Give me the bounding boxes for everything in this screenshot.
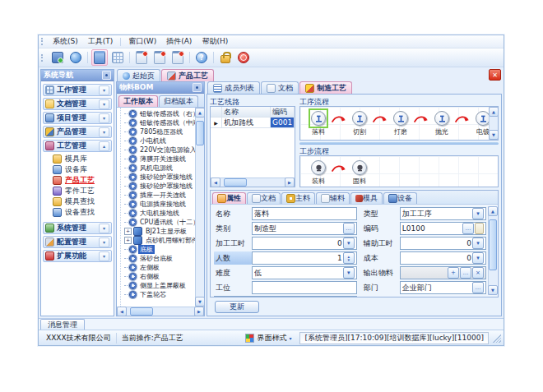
scroll-down-icon[interactable]: ▼ [195,297,205,307]
tree-item[interactable]: 落砂台底板 [124,254,195,263]
operation-flow-canvas[interactable]: ▲ ▼ 落料切割打磨抛光电镀 [299,106,499,141]
tree-item[interactable]: 7805稳压器线 [124,127,195,136]
help-button[interactable]: ? [193,49,210,66]
nav-work-management[interactable]: 工作管理 [43,84,112,96]
menu-system[interactable]: 系统(S) [48,35,83,48]
nav-document-management[interactable]: 文档管理 [43,98,112,110]
tree-item[interactable]: 底板 [124,245,195,254]
tab-message-management[interactable]: 消息管理 [40,319,85,330]
tree-item[interactable]: 侧显上盖屏蔽板 [124,281,195,290]
flow-node[interactable]: 固料 [346,159,373,186]
splitter[interactable] [299,142,499,145]
update-button[interactable]: 更新 [215,301,259,313]
tab-properties[interactable]: 属性 [212,192,246,204]
chevron-down-icon[interactable] [99,224,109,233]
dropdown-icon[interactable]: ▾ [472,252,484,264]
tab-main-materials[interactable]: 主料 [281,192,315,204]
tab-manufacturing-process[interactable]: 制造工艺 [299,81,352,94]
exit-button[interactable] [235,49,252,66]
dropdown-icon[interactable]: ▾ [472,238,484,249]
menu-help[interactable]: 帮助(H) [197,35,233,48]
resize-grip[interactable] [491,333,501,343]
expand-icon[interactable] [124,237,132,244]
nav-config-management[interactable]: 配置管理 [43,236,112,248]
add-button[interactable]: + [448,267,459,279]
nav-system-management[interactable]: 系统管理 [43,222,112,234]
tab-equipment[interactable]: 设备 [383,192,417,204]
difficulty-field[interactable]: 低▾ [252,266,357,279]
clear-button[interactable]: × [472,267,484,279]
name-field[interactable]: 落料 [252,207,357,220]
ui-style-dropdown[interactable]: 界面样式 [240,333,296,344]
scroll-right-icon[interactable]: ▶ [194,307,204,316]
flow-node[interactable]: 抛光 [429,110,455,136]
menu-plugins[interactable]: 插件(A) [161,35,197,48]
tab-documents[interactable]: 文档 [261,81,299,94]
pin-icon[interactable] [102,71,111,80]
ellipsis-button[interactable]: … [343,223,355,234]
nav-mold-library[interactable]: 模具库 [43,154,112,164]
chevron-down-icon[interactable] [99,238,109,247]
tab-form-documents[interactable]: 文档 [247,192,281,204]
scroll-left-icon[interactable]: ◀ [117,307,127,316]
window-refresh-button[interactable] [151,49,168,66]
menu-window[interactable]: 窗口(W) [123,35,161,48]
tree-item[interactable]: 电源插座接地线 [124,200,195,209]
route-row[interactable]: ▶机加路线G001 [211,118,295,128]
nav-equipment-library[interactable]: 设备库 [43,164,112,175]
tree-item[interactable]: 右侧板 [124,272,195,281]
home-page-button[interactable] [67,49,84,66]
tree-item[interactable]: CPU通讯线（十二） [124,218,195,227]
tab-archived-version[interactable]: 归档版本 [159,95,198,107]
scroll-down-icon[interactable]: ▼ [488,285,498,295]
scroll-up-icon[interactable]: ▲ [195,108,205,118]
ellipsis-button[interactable]: … [472,282,484,293]
flow-node[interactable]: 打磨 [388,110,414,136]
scroll-up-icon[interactable]: ▲ [489,107,499,117]
tree-item[interactable]: 下盖轮芯 [124,290,195,299]
chevron-down-icon[interactable] [99,99,109,109]
expand-icon[interactable] [124,228,132,235]
ellipsis-button[interactable]: … [460,267,471,279]
flow-node[interactable]: 装料 [305,159,332,186]
nav-process-management[interactable]: 工艺管理 [43,140,112,152]
column-header[interactable]: 名称 [222,107,271,118]
tree-item[interactable]: 钮敏传感器线（右） [124,109,195,118]
nav-equipment-search[interactable]: 设备查找 [43,207,112,218]
route-name-cell[interactable]: 机加路线 [222,118,271,128]
dropdown-icon[interactable]: ▾ [472,208,484,219]
route-code-cell[interactable]: G001 [271,118,295,128]
nav-mold-search[interactable]: 模具查找 [43,196,112,207]
scroll-down-icon[interactable]: ▼ [489,130,499,140]
category-field[interactable]: 制造型… [252,222,357,235]
output-material-field[interactable]: +…× [400,266,486,279]
type-field[interactable]: 加工工序▾ [400,207,486,220]
tab-member-list[interactable]: 成员列表 [207,81,260,94]
scrollbar-thumb[interactable] [489,219,497,270]
dropdown-icon[interactable]: ▾ [343,238,355,249]
scrollbar-thumb[interactable] [224,178,247,187]
headcount-field[interactable]: 1▴▾ [252,251,357,265]
flow-vertical-scrollbar[interactable]: ▲ ▼ [489,107,498,140]
chevron-down-icon[interactable] [99,85,109,95]
nav-extensions[interactable]: 扩展功能 [43,250,112,262]
tree-item[interactable]: BJ21主显示板 [124,227,195,236]
scroll-right-icon[interactable]: ▶ [285,178,295,187]
station-field[interactable] [252,281,357,294]
scroll-left-icon[interactable]: ◀ [211,178,220,187]
menu-tools[interactable]: 工具(T) [83,35,118,48]
auxiliary-hours-field[interactable]: 0▾ [400,237,486,250]
dropdown-icon[interactable]: ▾ [343,267,355,279]
tab-molds[interactable]: 模具 [350,192,383,204]
scroll-up-icon[interactable]: ▲ [488,206,498,216]
close-icon[interactable] [489,69,501,81]
open-folder-button[interactable] [91,49,108,66]
tree-item[interactable]: 薄膜开关连接线 [124,154,195,164]
step-flow-canvas[interactable]: 装料固料 [299,155,499,187]
new-window-button[interactable] [49,49,66,66]
department-field[interactable]: 企业部门… [400,281,486,294]
window-delete-button[interactable] [169,49,186,66]
chevron-down-icon[interactable] [99,127,109,137]
code-field[interactable]: L0100… [400,222,486,235]
cost-field[interactable]: 0▾ [400,251,486,265]
